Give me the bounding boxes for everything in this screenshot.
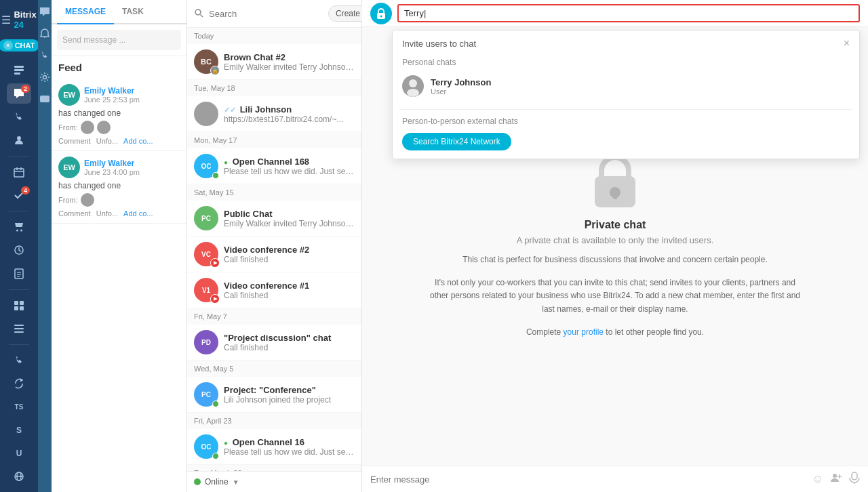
invite-title: Invite users to chat [402, 39, 476, 49]
sidebar-icon-globe[interactable] [7, 466, 31, 487]
svg-rect-1 [14, 69, 24, 71]
feed-from-label: From: [58, 123, 78, 131]
tab-task[interactable]: TASK [114, 0, 152, 24]
chat-bubble-nav-icon[interactable] [38, 5, 52, 19]
svg-rect-21 [14, 331, 24, 333]
your-profile-link[interactable]: your profile [564, 327, 604, 337]
chat-name-lili: ✓✓ Lili Johnson [224, 104, 355, 115]
add-comment-btn-2[interactable]: Add co... [123, 209, 153, 218]
sidebar-icon-contacts[interactable] [7, 130, 31, 150]
sidebar-icon-phone[interactable] [7, 106, 31, 127]
message-input[interactable] [370, 474, 806, 485]
close-chat-icon[interactable]: × [3, 41, 13, 50]
feed-tabs: MESSAGE TASK [52, 0, 186, 24]
unfollow-button[interactable]: Unfo... [96, 137, 118, 145]
chat-avatar-oc168: OC [194, 154, 218, 178]
sidebar-icon-chat[interactable]: 2 [7, 83, 31, 104]
personal-chats-label: Personal chats [399, 55, 852, 71]
sidebar-icon-phone2[interactable] [7, 350, 31, 371]
sidebar-separator-2 [9, 211, 29, 211]
sidebar-icon-feed[interactable] [7, 60, 31, 81]
chat-badge[interactable]: × CHAT [0, 39, 39, 52]
add-comment-btn[interactable]: Add co... [123, 137, 153, 145]
private-chat-desc1: This chat is perfect for business discus… [462, 253, 768, 266]
online-badge-conf [212, 401, 219, 407]
private-chat-desc3: Complete your profile to let other peopl… [526, 326, 704, 339]
unfollow-button-2[interactable]: Unfo... [96, 209, 118, 218]
feed-item: EW Emily Walker June 23 4:00 pm has chan… [52, 151, 186, 224]
chat-preview-vc1: Call finished [224, 291, 355, 300]
sidebar-icon-u[interactable]: U [7, 443, 31, 464]
tab-message[interactable]: MESSAGE [57, 0, 114, 24]
chat-info-oc168: ● Open Channel 168 Please tell us how we… [224, 157, 355, 176]
svg-point-37 [833, 474, 837, 478]
feed-title: Feed [52, 56, 186, 79]
search-b24-button[interactable]: Search Bitrix24 Network [402, 133, 511, 150]
feed-from-label-2: From: [58, 196, 78, 204]
logo-area: ☰ Bitrix 24 [0, 5, 39, 34]
sidebar-icon-list2[interactable] [7, 319, 31, 339]
chat-item-lili[interactable]: ✓✓ Lili Johnson https://bxtest167.bitrix… [187, 96, 361, 132]
hamburger-icon[interactable]: ☰ [1, 14, 11, 26]
chat-footer: ☺ [362, 466, 868, 492]
chat-info: Brown Chat #2 Emily Walker invited Terry… [224, 52, 355, 72]
sidebar-icon-s[interactable]: S [7, 419, 31, 440]
feed-from-avatar [81, 121, 94, 134]
sidebar-icon-store[interactable] [7, 217, 31, 237]
chat-preview-oc168: Please tell us how we did. Just sen... [224, 167, 355, 176]
terry-invite-role: User [431, 87, 491, 96]
invite-close-button[interactable]: × [844, 37, 850, 49]
main-chat-area: Invite users to chat × Personal chats Te… [362, 0, 868, 492]
chat-item-openchannel168[interactable]: OC ● Open Channel 168 Please tell us how… [187, 148, 361, 184]
chat-item-conference[interactable]: PC Project: "Conference" Lili Johnson jo… [187, 377, 361, 413]
send-message-box[interactable]: Send message ... [57, 30, 181, 50]
bell-nav-icon[interactable] [38, 27, 52, 41]
lock-icon-circle [370, 3, 392, 24]
terry-johnson-invite-item[interactable]: Terry Johnson User [399, 71, 852, 101]
mic-icon[interactable] [849, 472, 860, 487]
sidebar-icon-sync[interactable] [7, 373, 31, 394]
sidebar-icon-grid[interactable] [7, 295, 31, 316]
channels-nav-icon[interactable] [38, 92, 52, 106]
emoji-icon[interactable]: ☺ [812, 473, 823, 485]
comment-button[interactable]: Comment [58, 137, 91, 145]
chat-name-public: Public Chat [224, 209, 355, 219]
phone-nav-icon[interactable] [38, 49, 52, 62]
search-input[interactable] [209, 9, 323, 19]
svg-rect-18 [20, 306, 24, 310]
feed-item-name[interactable]: Emily Walker [84, 86, 140, 96]
chat-item-public[interactable]: PC Public Chat Emily Walker invited Terr… [187, 201, 361, 237]
online-arrow-icon[interactable]: ▼ [233, 478, 239, 486]
comment-button-2[interactable]: Comment [58, 209, 91, 218]
svg-point-8 [16, 230, 18, 232]
chat-item-vc2[interactable]: VC ▶ Video conference #2 Call finished [187, 237, 361, 272]
feed-item-name-2[interactable]: Emily Walker [84, 159, 140, 168]
chat-item-projectdiscussion[interactable]: PD "Project discussion" chat Call finish… [187, 325, 361, 361]
sidebar-separator-4 [9, 344, 29, 345]
chat-search-input[interactable] [397, 4, 860, 22]
chat-item-brown-chat[interactable]: BC 🔒 Brown Chat #2 Emily Walker invited … [187, 44, 361, 80]
chat-name-vc1: Video conference #1 [224, 281, 355, 291]
chat-avatar-vc2: VC ▶ [194, 242, 218, 266]
date-separator-today: Today [187, 28, 361, 44]
chat-info-public: Public Chat Emily Walker invited Terry J… [224, 209, 355, 228]
sidebar-icon-calendar[interactable] [7, 162, 31, 182]
invite-header: Invite users to chat × [393, 30, 859, 55]
svg-rect-40 [852, 472, 857, 480]
sidebar-icon-ts[interactable]: TS [7, 396, 31, 417]
online-label: Online [205, 477, 229, 487]
feed-item-header: EW Emily Walker June 25 2:53 pm [58, 84, 180, 106]
sidebar-icon-docs[interactable] [7, 263, 31, 283]
sidebar-icon-time[interactable] [7, 240, 31, 260]
svg-rect-36 [613, 192, 617, 199]
chat-item-oc16[interactable]: OC ● Open Channel 16 Please tell us how … [187, 429, 361, 465]
feed-item-text-2: has changed one [58, 181, 180, 190]
date-separator-may15: Sat, May 15 [187, 184, 361, 201]
svg-point-9 [20, 230, 22, 232]
add-user-icon[interactable] [830, 472, 842, 487]
chat-item-vc1[interactable]: V1 ▶ Video conference #1 Call finished [187, 272, 361, 308]
settings-nav-icon[interactable] [38, 70, 52, 84]
sidebar-icon-tasks[interactable]: 4 [7, 185, 31, 205]
chat-name-conf: Project: "Conference" [224, 385, 355, 395]
lock-badge: 🔒 [210, 66, 220, 75]
